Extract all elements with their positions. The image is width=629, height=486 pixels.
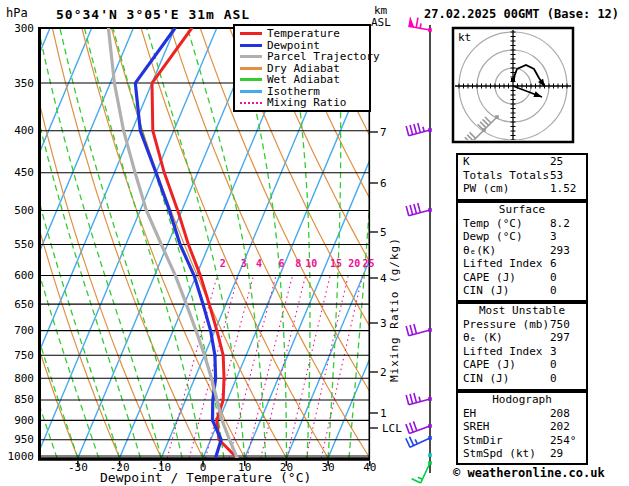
- km-tick-label: 2: [380, 367, 392, 378]
- stat-value: 750: [550, 318, 570, 332]
- pressure-tick-label: 650: [2, 299, 34, 310]
- station-title: 50°34'N 3°05'E 31m ASL: [56, 7, 250, 22]
- stat-value: 29: [550, 447, 563, 461]
- temp-tick-label: 0: [187, 462, 219, 473]
- stat-row: SREH202: [458, 420, 586, 434]
- stat-value: 53: [550, 169, 563, 183]
- surface-panel: SurfaceTemp (°C)8.2Dewp (°C)3θₑ(K)293Lif…: [456, 201, 588, 302]
- pressure-tick-label: 300: [2, 23, 34, 34]
- stat-row: Lifted Index3: [458, 345, 586, 359]
- stat-label: Dewp (°C): [463, 230, 550, 244]
- pressure-tick-label: 1000: [2, 451, 34, 462]
- km-tick-label: 3: [380, 318, 392, 329]
- temp-tick-label: 20: [270, 462, 302, 473]
- stat-row: CIN (J)0: [458, 284, 586, 298]
- stat-row: PW (cm)1.52: [458, 182, 586, 196]
- hodograph-stats-panel: HodographEH208SREH202StmDir254°StmSpd (k…: [456, 391, 588, 465]
- temp-tick-label: -30: [62, 462, 94, 473]
- stat-label: EH: [463, 407, 550, 421]
- mixing-ratio-axis-label: Mixing Ratio (g/kg): [388, 222, 401, 382]
- legend-entry: Parcel Trajectory: [235, 51, 369, 63]
- stat-row: EH208: [458, 407, 586, 421]
- stat-row: θₑ (K)297: [458, 331, 586, 345]
- legend-entry-label: Mixing Ratio: [267, 97, 346, 108]
- stat-value: 0: [550, 372, 557, 386]
- legend-entry-label: Parcel Trajectory: [267, 51, 380, 62]
- stat-value: 8.2: [550, 217, 570, 231]
- mixing-ratio-tick-label: 4: [251, 259, 267, 269]
- wind-barb: [406, 123, 432, 136]
- stat-label: θₑ(K): [463, 244, 550, 258]
- stat-label: CAPE (J): [463, 271, 550, 285]
- temp-tick-label: 10: [229, 462, 261, 473]
- km-tick-label: 7: [380, 127, 392, 138]
- wind-barb: [406, 324, 432, 336]
- mixing-ratio-tick-label: 3: [236, 259, 252, 269]
- pressure-tick-label: 950: [2, 434, 34, 445]
- stat-label: SREH: [463, 420, 550, 434]
- stat-value: 0: [550, 271, 557, 285]
- panel-title: Surface: [458, 203, 586, 217]
- asl-axis-label: ASL: [371, 16, 391, 29]
- stat-value: 25: [550, 155, 563, 169]
- hodograph-unit-label: kt: [458, 31, 471, 44]
- stat-value: 1.52: [550, 182, 577, 196]
- temp-tick-label: -10: [145, 462, 177, 473]
- stat-label: CIN (J): [463, 284, 550, 298]
- legend-line-swatch: [240, 90, 262, 93]
- pressure-tick-label: 450: [2, 167, 34, 178]
- legend-line-swatch: [240, 32, 262, 35]
- stat-row: Temp (°C)8.2: [458, 217, 586, 231]
- wind-barb: [406, 203, 432, 216]
- stat-label: θₑ (K): [463, 331, 550, 345]
- pressure-tick-label: 750: [2, 350, 34, 361]
- pressure-tick-label: 600: [2, 270, 34, 281]
- pressure-tick-label: 900: [2, 415, 34, 426]
- stat-row: Pressure (mb)750: [458, 318, 586, 332]
- stat-row: K25: [458, 155, 586, 169]
- stat-label: Totals Totals: [463, 169, 550, 183]
- stat-label: StmDir: [463, 434, 550, 448]
- hodograph: [452, 28, 573, 155]
- km-tick-label: 1: [380, 408, 392, 419]
- stat-row: Dewp (°C)3: [458, 230, 586, 244]
- km-tick-label: 6: [380, 178, 392, 189]
- stat-value: 6: [550, 257, 557, 271]
- legend-entry-label: Temperature: [267, 28, 340, 39]
- skewt-sounding-page: hPa 50°34'N 3°05'E 31m ASL km ASL 27.02.…: [0, 0, 629, 486]
- stat-row: CIN (J)0: [458, 372, 586, 386]
- legend-entry: Wet Adiabat: [235, 74, 369, 86]
- stat-row: StmDir254°: [458, 434, 586, 448]
- legend-entry: Mixing Ratio: [235, 97, 369, 109]
- mixing-ratio-tick-label: 6: [274, 259, 290, 269]
- wind-barb: [406, 436, 432, 447]
- stat-value: 0: [550, 358, 557, 372]
- legend-line-swatch: [240, 67, 262, 70]
- stat-label: Lifted Index: [463, 345, 550, 359]
- stat-value: 254°: [550, 434, 577, 448]
- stat-label: Lifted Index: [463, 257, 550, 271]
- stat-label: K: [463, 155, 550, 169]
- mixing-ratio-tick-label: 25: [361, 259, 377, 269]
- mixing-ratio-tick-label: 10: [303, 259, 319, 269]
- panel-title: Hodograph: [458, 393, 586, 407]
- pressure-tick-label: 350: [2, 78, 34, 89]
- stat-row: Totals Totals53: [458, 169, 586, 183]
- most-unstable-panel: Most UnstablePressure (mb)750θₑ (K)297Li…: [456, 302, 588, 391]
- pressure-tick-label: 500: [2, 205, 34, 216]
- mixing-ratio-tick-label: 15: [328, 259, 344, 269]
- temp-tick-label: 40: [354, 462, 386, 473]
- legend-line-swatch: [240, 78, 262, 81]
- legend-line-swatch: [240, 44, 262, 47]
- wind-barb: [406, 393, 432, 405]
- pressure-tick-label: 400: [2, 125, 34, 136]
- stat-label: Temp (°C): [463, 217, 550, 231]
- pressure-axis-unit: hPa: [6, 6, 28, 20]
- stat-label: Pressure (mb): [463, 318, 550, 332]
- stat-label: PW (cm): [463, 182, 550, 196]
- stat-row: CAPE (J)0: [458, 271, 586, 285]
- legend-line-swatch: [240, 55, 262, 58]
- lcl-label: LCL: [382, 422, 402, 435]
- stat-value: 0: [550, 284, 557, 298]
- stat-row: CAPE (J)0: [458, 358, 586, 372]
